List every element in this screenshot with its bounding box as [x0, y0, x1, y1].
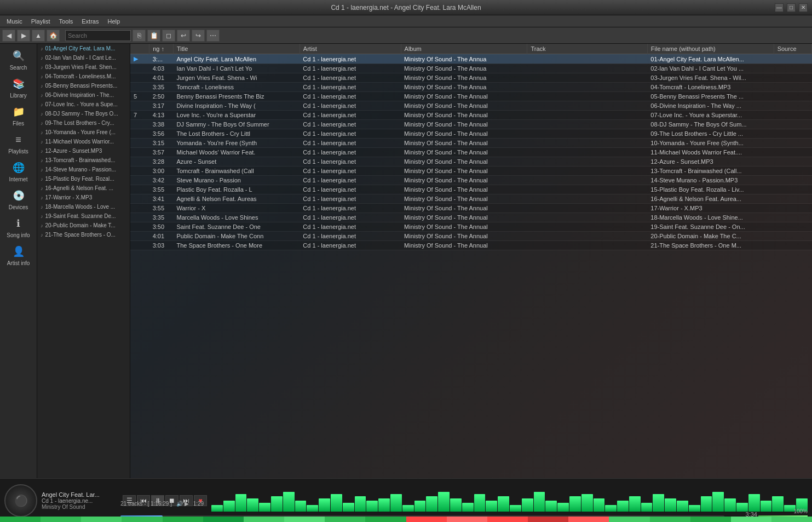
track-table[interactable]: ng ↑ Title Artist Album Track File name …	[130, 44, 812, 478]
table-row[interactable]: 3:38 DJ Sammy - The Boys Of Summer Cd 1 …	[130, 120, 812, 129]
playlist-item[interactable]: ♪03-Jurgen Vries Feat. Shen...	[37, 62, 130, 72]
col-header-title[interactable]: Title	[173, 44, 300, 54]
sidebar-item-library[interactable]: 📚Library	[2, 74, 36, 101]
table-row[interactable]: 3:15 Yomanda - You're Free (Synth Cd 1 -…	[130, 139, 812, 148]
playlist-item[interactable]: ♪12-Azure - Sunset.MP3	[37, 146, 130, 156]
table-row[interactable]: 3:42 Steve Murano - Passion Cd 1 - laene…	[130, 176, 812, 185]
tb-paste-button[interactable]: 📋	[147, 30, 160, 42]
library-icon: 📚	[11, 76, 26, 91]
sidebar-item-songinfo[interactable]: ℹSong info	[2, 214, 36, 240]
playlist-item[interactable]: ♪10-Yomanda - Youre Free (...	[37, 128, 130, 137]
playlist-item[interactable]: ♪01-Angel City Feat. Lara M...	[37, 44, 130, 53]
table-row[interactable]: 3:00 Tomcraft - Brainwashed (Call Cd 1 -…	[130, 167, 812, 176]
table-row[interactable]: 4:01 Public Domain - Make The Conn Cd 1 …	[130, 232, 812, 241]
table-row[interactable]: 3:50 Saint Feat. Suzanne Dee - One Cd 1 …	[130, 222, 812, 232]
table-row[interactable]: 3:35 Marcella Woods - Love Shines Cd 1 -…	[130, 213, 812, 222]
playlist-item[interactable]: ♪17-Warrior - X.MP3	[37, 193, 130, 202]
table-row[interactable]: 3:17 Divine Inspiration - The Way ( Cd 1…	[130, 101, 812, 111]
menu-help[interactable]: Help	[103, 17, 124, 26]
cell-source	[774, 232, 811, 241]
playlist-item[interactable]: ♪05-Benny Benassi Presents...	[37, 81, 130, 90]
cell-title: Benny Benassi Presents The Biz	[173, 92, 300, 101]
cell-num	[130, 129, 149, 139]
table-row[interactable]: 4:03 Ian Van Dahl - I Can't Let Yo Cd 1 …	[130, 64, 812, 73]
col-header-album[interactable]: Album	[401, 44, 527, 54]
playlist-item[interactable]: ♪02-Ian Van Dahl - I Cant Le...	[37, 53, 130, 62]
table-row[interactable]: ▶ 3:... Angel City Feat. Lara McAllen Cd…	[130, 54, 812, 64]
playlist-item[interactable]: ♪06-Divine Inspiration - The...	[37, 90, 130, 100]
tb-forward-button[interactable]: ▶	[17, 30, 30, 42]
cell-artist: Cd 1 - laenergia.net	[300, 204, 401, 213]
table-row[interactable]: 3:41 Agnelli & Nelson Feat. Aureas Cd 1 …	[130, 194, 812, 204]
playlist-item[interactable]: ♪07-Love Inc. - Youre a Supe...	[37, 100, 130, 109]
col-header-source[interactable]: Source	[774, 44, 811, 54]
playlist-item[interactable]: ♪04-Tomcraft - Loneliness.M...	[37, 72, 130, 81]
table-row[interactable]: 3:03 The Space Brothers - One More Cd 1 …	[130, 241, 812, 250]
playlist-item[interactable]: ♪14-Steve Murano - Passion...	[37, 165, 130, 174]
table-row[interactable]: 4:01 Jurgen Vries Feat. Shena - Wi Cd 1 …	[130, 73, 812, 83]
table-row[interactable]: 3:56 The Lost Brothers - Cry Littl Cd 1 …	[130, 129, 812, 139]
cell-fname: 08-DJ Sammy - The Boys Of Sum...	[647, 120, 774, 129]
playlist-item[interactable]: ♪09-The Lost Brothers - Cry...	[37, 118, 130, 128]
playlist-item[interactable]: ♪16-Agnelli & Nelson Feat. ...	[37, 183, 130, 193]
music-icon: ♪	[41, 167, 43, 173]
playlist-item[interactable]: ♪19-Saint Feat. Suzanne De...	[37, 211, 130, 221]
sidebar-item-files[interactable]: 📁Files	[2, 102, 36, 129]
col-header-track[interactable]: Track	[527, 44, 647, 54]
music-icon: ♪	[41, 46, 43, 51]
tb-back-button[interactable]: ◀	[2, 30, 15, 42]
minimize-button[interactable]: —	[775, 3, 784, 12]
playlist-item[interactable]: ♪15-Plastic Boy Feat. Rozal...	[37, 174, 130, 183]
table-row[interactable]: 7 4:13 Love Inc. - You're a Superstar Cd…	[130, 111, 812, 120]
cell-fname: 16-Agnelli & Nelson Feat. Aurea...	[647, 194, 774, 204]
cell-artist: Cd 1 - laenergia.net	[300, 83, 401, 92]
music-icon: ♪	[41, 55, 43, 61]
sidebar-item-search[interactable]: 🔍Search	[2, 46, 36, 73]
menu-tools[interactable]: Tools	[55, 17, 78, 26]
sidebar-item-artistinfo[interactable]: 👤Artist info	[2, 242, 36, 268]
playlist-item[interactable]: ♪21-The Space Brothers - O...	[37, 230, 130, 239]
tb-up-button[interactable]: ▲	[32, 30, 45, 42]
table-row[interactable]: 3:35 Tomcraft - Loneliness Cd 1 - laener…	[130, 83, 812, 92]
cell-len: 3:00	[149, 167, 174, 176]
col-header-len[interactable]: ng ↑	[149, 44, 174, 54]
playlist-item[interactable]: ♪11-Michael Woods Warrior...	[37, 137, 130, 146]
sidebar: 🔍Search📚Library📁Files≡Playlists🌐Internet…	[0, 44, 37, 478]
col-header-fname[interactable]: File name (without path)	[647, 44, 774, 54]
cell-track	[527, 194, 647, 204]
tb-home-button[interactable]: 🏠	[47, 30, 60, 42]
close-button[interactable]: ✕	[799, 3, 808, 12]
table-row[interactable]: 3:28 Azure - Sunset Cd 1 - laenergia.net…	[130, 157, 812, 167]
table-row[interactable]: 3:55 Warrior - X Cd 1 - laenergia.net Mi…	[130, 204, 812, 213]
cell-num: 7	[130, 111, 149, 120]
col-header-num[interactable]	[130, 44, 149, 54]
menu-music[interactable]: Music	[2, 17, 27, 26]
table-row[interactable]: 3:55 Plastic Boy Feat. Rozalla - L Cd 1 …	[130, 185, 812, 194]
maximize-button[interactable]: □	[787, 3, 796, 12]
playlist-item-label: 13-Tomcraft - Brainwashed...	[45, 157, 116, 163]
cell-source	[774, 139, 811, 148]
menu-extras[interactable]: Extras	[77, 17, 103, 26]
playlist-item[interactable]: ♪20-Public Domain - Make T...	[37, 221, 130, 230]
tb-select-button[interactable]: ◻	[162, 30, 175, 42]
table-row[interactable]: 5 2:50 Benny Benassi Presents The Biz Cd…	[130, 92, 812, 101]
cell-album: Ministry Of Sound - The Annual	[401, 157, 527, 167]
cell-fname: 21-The Space Brothers - One M...	[647, 241, 774, 250]
sidebar-item-devices[interactable]: 💿Devices	[2, 186, 36, 213]
col-header-artist[interactable]: Artist	[300, 44, 401, 54]
now-playing-info: Angel City Feat. Lar... Cd 1 - laenergia…	[42, 491, 118, 510]
playlist-item[interactable]: ♪13-Tomcraft - Brainwashed...	[37, 156, 130, 165]
table-row[interactable]: 3:57 Michael Woods' Warrior Feat. Cd 1 -…	[130, 148, 812, 157]
search-input[interactable]	[65, 30, 131, 41]
tb-copy-button[interactable]: ⎘	[133, 30, 146, 42]
tb-more-button[interactable]: ⋯	[206, 30, 220, 42]
sidebar-item-playlists[interactable]: ≡Playlists	[2, 130, 36, 157]
window-controls[interactable]: — □ ✕	[775, 3, 808, 12]
waveform-segment	[731, 517, 771, 522]
playlist-item[interactable]: ♪18-Marcella Woods - Love ...	[37, 202, 130, 211]
playlist-item[interactable]: ♪08-DJ Sammy - The Boys O...	[37, 109, 130, 118]
tb-redo-button[interactable]: ↪	[192, 30, 205, 42]
menu-playlist[interactable]: Playlist	[27, 17, 55, 26]
tb-undo-button[interactable]: ↩	[177, 30, 190, 42]
sidebar-item-internet[interactable]: 🌐Internet	[2, 158, 36, 185]
